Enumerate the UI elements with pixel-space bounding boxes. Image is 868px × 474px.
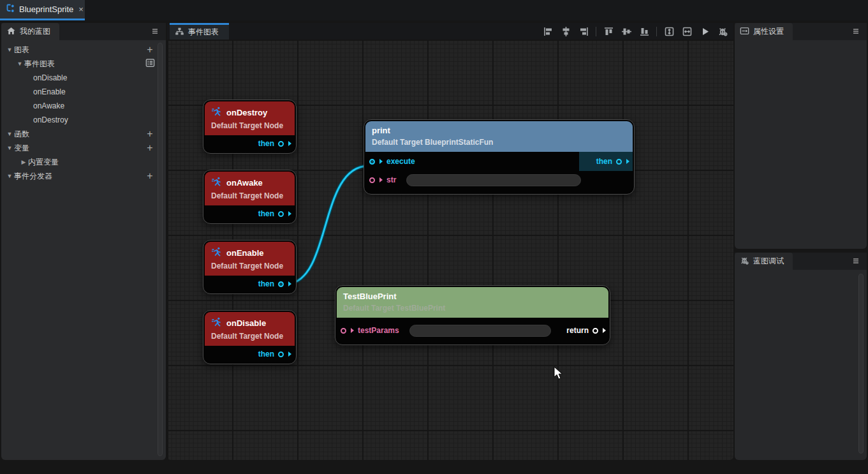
tree-item-functions[interactable]: ▼ 函数 + [1,127,157,141]
exec-out-pin[interactable] [278,211,284,217]
pin-arrow-icon [379,177,383,182]
tree-item-builtin-variables[interactable]: ▶ 内置变量 [1,155,157,169]
properties-tab[interactable]: 属性设置 [735,23,793,40]
align-middle-horizontal-button[interactable] [621,26,632,37]
then-pin-label: then [258,139,274,148]
node-header: onDestroy Default Target Node [205,101,295,135]
titlebar: BlueprintSprite × [0,0,868,20]
node-testblueprint[interactable]: TestBluePrint Default Target TestBluePri… [335,285,610,345]
tree-item-event-graph[interactable]: ▼ 事件图表 [1,57,157,71]
tree-item-ondestroy[interactable]: onDestroy [1,113,157,127]
event-graph-tab[interactable]: 事件图表 [170,23,229,40]
mouse-cursor [554,366,564,380]
then-pin-label: then [258,279,274,288]
align-middle-horizontal-icon [621,26,632,37]
event-runner-icon [211,316,222,329]
tree-item-ondisable[interactable]: onDisable [1,71,157,85]
event-runner-icon [211,106,222,119]
align-top-button[interactable] [603,26,614,37]
document-tab[interactable]: BlueprintSprite × [0,0,85,20]
home-icon [6,26,16,38]
blueprint-tree: ▼ 图表 + ▼ 事件图表 onDisable onEnable onAwake… [1,43,157,183]
align-right-button[interactable] [578,26,589,37]
node-header: print Default Target BlueprintStaticFun [365,121,633,152]
str-in-pin[interactable] [369,177,375,183]
execute-pin-label: execute [386,157,415,166]
tree-item-charts[interactable]: ▼ 图表 + [1,43,157,57]
then-pin-label: then [258,209,274,218]
align-center-vertical-button[interactable] [560,26,571,37]
tree-item-label: 图表 [14,45,29,56]
tree-item-label: 事件图表 [24,59,55,70]
pin-arrow-icon [288,211,291,216]
add-function-button[interactable]: + [143,128,157,140]
tree-item-onawake[interactable]: onAwake [1,99,157,113]
toolbar-separator [596,27,596,36]
hierarchy-icon [175,27,184,38]
then-pin-label: then [258,350,274,359]
graph-canvas[interactable]: onDestroy Default Target Node then onAwa… [167,40,733,460]
properties-panel-header: 属性设置 [735,23,867,40]
fit-width-icon [682,26,693,37]
add-variable-button[interactable]: + [143,142,157,154]
debug-bug-icon [740,256,749,267]
fit-height-button[interactable] [663,26,675,37]
panel-menu-icon[interactable] [851,27,860,36]
node-subtitle: Default Target Node [211,262,288,270]
graph-tabbar: 事件图表 [167,23,733,40]
event-list-icon[interactable] [143,58,157,70]
event-runner-icon [211,176,222,189]
exec-out-pin[interactable] [278,352,284,357]
testparams-value-input[interactable] [409,325,551,337]
align-bottom-button[interactable] [638,26,650,37]
debug-title: 蓝图调试 [753,256,784,267]
return-out-pin[interactable] [592,328,598,334]
exec-in-pin-connected[interactable] [369,159,375,165]
node-subtitle: Default Target BlueprintStaticFun [372,138,626,147]
pin-arrow-icon [603,328,606,333]
tree-item-onenable[interactable]: onEnable [1,85,157,99]
chevron-right-icon: ▶ [19,159,28,165]
debug-button[interactable] [717,26,728,37]
node-onenable[interactable]: onEnable Default Target Node then [203,240,297,294]
node-title: onDisable [226,318,266,328]
exec-out-pin-connected[interactable] [278,281,284,287]
debug-tab[interactable]: 蓝图调试 [735,253,793,270]
align-center-vertical-icon [561,26,571,37]
tree-item-event-dispatchers[interactable]: ▼ 事件分发器 + [1,169,157,183]
properties-icon [740,26,749,38]
node-ondisable[interactable]: onDisable Default Target Node then [203,310,297,364]
chevron-down-icon: ▼ [5,131,14,137]
node-print[interactable]: print Default Target BlueprintStaticFun … [364,119,635,195]
graph-toolbar [542,23,728,40]
properties-panel: 属性设置 [735,23,867,249]
str-pin-label: str [386,175,396,184]
tree-item-label: onAwake [33,101,64,110]
my-blueprint-tab[interactable]: 我的蓝图 [1,23,59,40]
node-ondestroy[interactable]: onDestroy Default Target Node then [203,100,297,154]
align-left-button[interactable] [542,26,554,37]
exec-wire[interactable] [288,166,369,284]
exec-out-pin[interactable] [278,141,284,147]
node-onawake[interactable]: onAwake Default Target Node then [203,170,297,224]
exec-out-pin[interactable] [616,159,622,165]
str-value-input[interactable] [406,174,581,186]
tree-item-label: onDisable [33,73,67,82]
testparams-in-pin[interactable] [341,328,346,334]
chevron-down-icon: ▼ [15,61,24,67]
tree-item-label: 内置变量 [28,157,59,168]
debug-scrollbar[interactable] [858,274,864,454]
pin-arrow-icon [626,159,629,164]
node-header: onDisable Default Target Node [205,312,295,346]
panel-menu-icon[interactable] [851,256,860,265]
add-dispatcher-button[interactable]: + [143,170,157,182]
play-button[interactable] [699,26,710,37]
tree-item-variables[interactable]: ▼ 变量 + [1,141,157,155]
fit-width-button[interactable] [681,26,693,37]
add-chart-button[interactable]: + [143,44,157,56]
close-tab-icon[interactable]: × [78,4,84,14]
sidebar-scrollbar[interactable] [158,43,163,456]
panel-menu-icon[interactable] [151,27,159,36]
debug-panel-header: 蓝图调试 [735,253,867,270]
chevron-down-icon: ▼ [5,47,14,53]
